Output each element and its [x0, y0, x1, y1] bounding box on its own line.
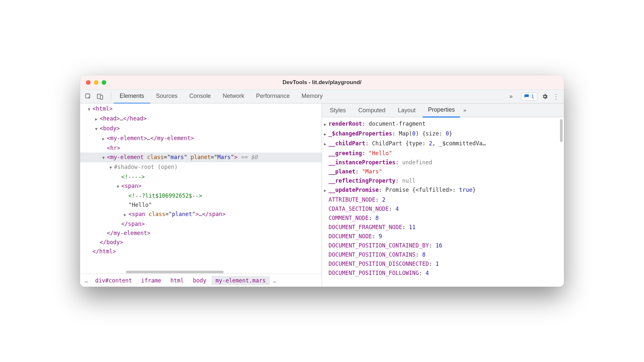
dom-node[interactable]: <!---->: [80, 172, 322, 181]
dom-node[interactable]: <head>…</head>: [80, 114, 322, 124]
property-row[interactable]: __updatePromise: Promise {<fulfilled>: t…: [324, 185, 563, 195]
dom-node[interactable]: <body>: [80, 124, 322, 134]
tab-performance[interactable]: Performance: [250, 89, 296, 104]
device-toggle-icon[interactable]: [96, 93, 104, 100]
breadcrumb-item[interactable]: body: [189, 276, 210, 285]
horizontal-scrollbar[interactable]: [80, 270, 322, 274]
tab-console[interactable]: Console: [183, 89, 217, 104]
sidebar-tabs: StylesComputedLayoutProperties»: [322, 103, 564, 117]
tab-elements[interactable]: Elements: [114, 89, 150, 104]
main-tabs: ElementsSourcesConsoleNetworkPerformance…: [114, 89, 505, 104]
dom-node[interactable]: </html>: [80, 247, 322, 256]
issues-icon: [524, 94, 529, 99]
dom-node[interactable]: #shadow-root (open): [80, 162, 322, 172]
sidebar-tab-computed[interactable]: Computed: [353, 103, 391, 117]
sidebar-tab-styles[interactable]: Styles: [325, 103, 351, 117]
dom-node[interactable]: <my-element>…</my-element>: [80, 134, 322, 143]
breadcrumb-item[interactable]: my-element.mars: [212, 276, 270, 285]
svg-rect-2: [100, 95, 103, 99]
property-row[interactable]: __greeting: "Hello": [324, 149, 563, 158]
window-title: DevTools - lit.dev/playground/: [80, 79, 564, 86]
property-row[interactable]: DOCUMENT_POSITION_CONTAINED_BY: 16: [324, 241, 563, 250]
breadcrumb-item[interactable]: html: [166, 276, 188, 285]
elements-panel: <html><head>…</head><body><my-element>…<…: [80, 103, 322, 287]
properties-panel: StylesComputedLayoutProperties» renderRo…: [322, 103, 564, 287]
property-row[interactable]: _$changedProperties: Map(0) {size: 0}: [324, 129, 563, 139]
dom-node[interactable]: </my-element>: [80, 228, 322, 238]
more-menu-icon[interactable]: ⋮: [553, 93, 559, 100]
dom-tree[interactable]: <html><head>…</head><body><my-element>…<…: [80, 103, 322, 270]
dom-node[interactable]: <!--?lit$106992652$-->: [80, 191, 322, 200]
properties-list[interactable]: renderRoot: document-fragment_$changedPr…: [322, 117, 564, 287]
property-row[interactable]: __instanceProperties: undefined: [324, 158, 563, 167]
main-toolbar: ElementsSourcesConsoleNetworkPerformance…: [80, 90, 564, 103]
breadcrumb-item[interactable]: iframe: [137, 276, 165, 285]
toolbar-divider: [111, 93, 111, 100]
breadcrumb-item[interactable]: div#content: [91, 276, 136, 285]
breadcrumb-overflow[interactable]: …: [83, 277, 90, 284]
tab-sources[interactable]: Sources: [150, 89, 183, 104]
property-row[interactable]: DOCUMENT_POSITION_CONTAINS: 8: [324, 250, 563, 259]
dom-node[interactable]: <html>: [80, 104, 322, 114]
dom-node[interactable]: </span>: [80, 219, 322, 228]
devtools-window: DevTools - lit.dev/playground/ ElementsS…: [80, 75, 564, 287]
property-row[interactable]: COMMENT_NODE: 8: [324, 213, 563, 223]
breadcrumb-overflow[interactable]: …: [271, 277, 278, 284]
property-row[interactable]: __reflectingProperty: null: [324, 176, 563, 185]
dom-node[interactable]: </body>: [80, 238, 322, 247]
dom-node[interactable]: <span class="planet">…</span>: [80, 209, 322, 219]
issues-count: 1: [531, 94, 534, 100]
sidebar-tabs-overflow-icon[interactable]: »: [463, 107, 466, 113]
property-row[interactable]: DOCUMENT_POSITION_FOLLOWING: 4: [324, 268, 563, 278]
settings-gear-icon[interactable]: [542, 93, 548, 100]
property-row[interactable]: CDATA_SECTION_NODE: 4: [324, 204, 563, 213]
issues-badge[interactable]: 1: [521, 93, 537, 100]
property-row[interactable]: __planet: "Mars": [324, 167, 563, 176]
property-row[interactable]: DOCUMENT_POSITION_DISCONNECTED: 1: [324, 259, 563, 268]
tab-memory[interactable]: Memory: [296, 89, 329, 104]
breadcrumbs: …div#contentiframehtmlbodymy-element.mar…: [80, 274, 322, 287]
dom-node[interactable]: <span>: [80, 181, 322, 191]
property-row[interactable]: DOCUMENT_NODE: 9: [324, 232, 563, 241]
tab-network[interactable]: Network: [217, 89, 250, 104]
vertical-scrollbar[interactable]: [560, 119, 563, 142]
dom-node[interactable]: <my-element class="mars" planet="Mars"> …: [80, 153, 322, 162]
dom-node[interactable]: "Hello": [80, 200, 322, 209]
property-row[interactable]: __childPart: ChildPart {type: 2, _$commi…: [324, 139, 563, 149]
titlebar: DevTools - lit.dev/playground/: [80, 75, 564, 90]
property-row[interactable]: ATTRIBUTE_NODE: 2: [324, 195, 563, 204]
tabs-overflow-icon[interactable]: »: [505, 93, 517, 100]
sidebar-tab-properties[interactable]: Properties: [423, 103, 460, 118]
sidebar-tab-layout[interactable]: Layout: [393, 103, 421, 117]
property-row[interactable]: DOCUMENT_FRAGMENT_NODE: 11: [324, 223, 563, 232]
inspect-element-icon[interactable]: [85, 93, 92, 100]
dom-node[interactable]: <hr>: [80, 143, 322, 153]
property-row[interactable]: renderRoot: document-fragment: [324, 119, 563, 129]
